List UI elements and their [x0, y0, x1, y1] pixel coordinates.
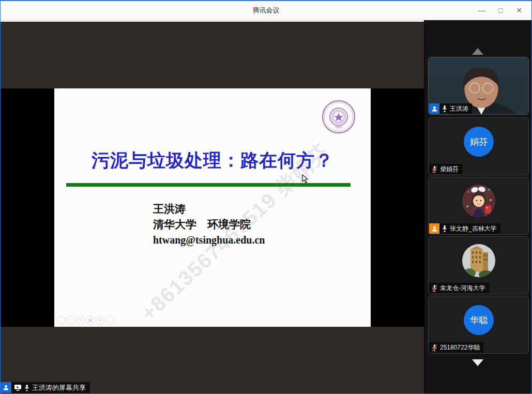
scroll-down-icon[interactable] [472, 359, 483, 366]
next-slide-button[interactable]: › [66, 316, 75, 325]
close-button[interactable]: ✕ [512, 4, 526, 17]
mic-on-icon [442, 105, 447, 112]
screen-share-icon [14, 384, 22, 391]
presentation-slide: 1911 污泥与垃圾处理：路在何方？ 王洪涛 清华大学 环境学院 htwang@… [54, 88, 371, 327]
mic-muted-icon [432, 165, 437, 173]
participant-name: 柴娟芬 [440, 165, 459, 174]
participant-name-tag: 王洪涛 [429, 103, 472, 114]
presenter-name: 王洪涛 [153, 201, 265, 217]
presenter-email: htwang@tsinghua.edu.cn [153, 232, 265, 248]
host-person-icon [1, 382, 11, 393]
app-window: 腾讯会议 — □ ✕ 1911 污泥与垃圾处理：路在何方？ 王洪涛 [0, 0, 532, 394]
presenter-affiliation: 清华大学 环境学院 [153, 217, 265, 232]
participant-tile-wanghongtao[interactable]: 王洪涛 [428, 57, 529, 115]
magnifier-button[interactable]: ⊕ [96, 316, 104, 325]
mouse-cursor [301, 174, 308, 184]
participant-name: 束龙仓-河海大学 [440, 284, 485, 293]
participant-name-tag: 束龙仓-河海大学 [429, 283, 489, 293]
window-title: 腾讯会议 [1, 1, 531, 20]
participant-name-tag: 25180722华聪 [429, 342, 483, 353]
mic-on-icon [442, 225, 447, 232]
share-label-text: 王洪涛的屏幕共享 [32, 383, 86, 392]
scroll-up-icon[interactable] [472, 48, 483, 55]
more-options-button[interactable]: ⋯ [105, 316, 114, 325]
window-controls: — □ ✕ [475, 1, 526, 20]
mic-on-icon [24, 384, 29, 391]
participants-sidebar: 王洪涛 娟芬 柴娟芬 [424, 20, 532, 394]
person-badge-icon [429, 223, 439, 234]
avatar-initials: 娟芬 [464, 127, 494, 157]
participant-tile-chaijuanfen[interactable]: 娟芬 柴娟芬 [428, 117, 529, 175]
participant-tile-shulongcang[interactable]: 束龙仓-河海大学 [428, 236, 529, 294]
mic-muted-icon [432, 284, 437, 292]
person-badge-icon [429, 103, 439, 114]
mic-muted-icon [432, 344, 437, 352]
presenter-block: 王洪涛 清华大学 环境学院 htwang@tsinghua.edu.cn [153, 201, 265, 248]
screen-share-area: 1911 污泥与垃圾处理：路在何方？ 王洪涛 清华大学 环境学院 htwang@… [1, 20, 424, 394]
participant-tile-huacong[interactable]: 华聪 25180722华聪 [428, 296, 529, 354]
avatar-photo-cartoon [462, 185, 495, 218]
participant-name: 王洪涛 [450, 104, 468, 113]
participant-name-tag: 柴娟芬 [429, 164, 462, 174]
maximize-button[interactable]: □ [493, 4, 508, 17]
participant-tile-zhangwenjing[interactable]: 张文静_吉林大学 [428, 177, 529, 235]
avatar-photo-building [462, 244, 495, 277]
slideshow-toolbar: ‹ › ✎ ▣ ⊕ ⋯ [56, 316, 114, 325]
slide-title: 污泥与垃圾处理：路在何方？ [54, 148, 371, 173]
pen-tool-button[interactable]: ✎ [76, 316, 85, 325]
participant-name: 25180722华聪 [440, 343, 480, 352]
shared-window-edge [1, 20, 424, 22]
share-status-label: 王洪涛的屏幕共享 [1, 382, 90, 393]
participant-name: 张文静_吉林大学 [450, 224, 497, 233]
prev-slide-button[interactable]: ‹ [56, 316, 65, 325]
minimize-button[interactable]: — [475, 4, 489, 17]
tsinghua-seal-icon: 1911 [322, 100, 356, 134]
titlebar: 腾讯会议 — □ ✕ [1, 1, 531, 20]
avatar-initials: 华聪 [464, 305, 494, 335]
participant-name-tag: 张文静_吉林大学 [429, 223, 500, 234]
highlighter-button[interactable]: ▣ [86, 316, 95, 325]
seal-year: 1911 [336, 126, 343, 129]
